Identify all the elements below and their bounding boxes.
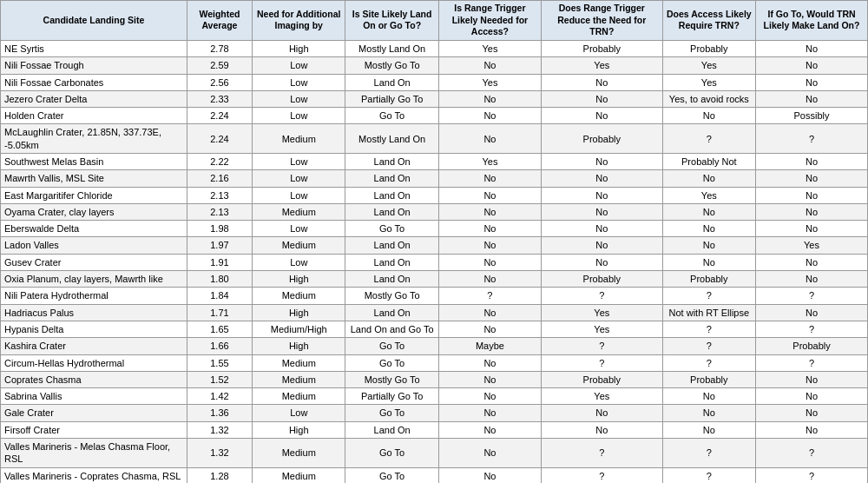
table-row: Nili Fossae Carbonates2.56LowLand OnYesN… [1,74,868,90]
cell-6-0: Southwest Melas Basin [1,154,187,170]
cell-15-0: Hadriacus Palus [1,304,187,321]
cell-23-4: No [438,439,541,468]
cell-10-4: No [438,221,541,237]
cell-8-7: No [756,187,868,203]
cell-15-2: High [253,304,345,321]
cell-20-2: Medium [253,388,345,405]
table-row: Hypanis Delta1.65Medium/HighLand On and … [1,321,868,337]
cell-20-3: Partially Go To [345,388,438,405]
cell-17-4: Maybe [438,338,541,354]
cell-1-7: No [756,57,868,74]
cell-12-5: No [541,254,662,270]
cell-5-2: Medium [253,124,345,154]
cell-0-3: Mostly Land On [345,40,438,56]
cell-15-1: 1.71 [187,304,252,321]
cell-17-0: Kashira Crater [1,338,187,354]
cell-23-0: Valles Marineris - Melas Chasma Floor, R… [1,439,187,468]
cell-8-0: East Margaritifer Chloride [1,187,187,203]
cell-7-3: Land On [345,170,438,187]
cell-15-7: No [756,304,868,321]
cell-22-5: No [541,421,662,438]
cell-11-7: Yes [756,237,868,254]
cell-4-0: Holden Crater [1,108,187,124]
cell-8-2: Low [253,187,345,203]
cell-1-6: Yes [662,57,755,74]
cell-14-1: 1.84 [187,288,252,304]
table-row: East Margaritifer Chloride2.13LowLand On… [1,187,868,203]
cell-16-6: ? [662,321,755,337]
cell-10-7: No [756,221,868,237]
cell-3-3: Partially Go To [345,90,438,107]
cell-6-6: Probably Not [662,154,755,170]
cell-21-4: No [438,405,541,421]
column-header-3: Is Site Likely Land On or Go To? [345,1,438,41]
table-row: Eberswalde Delta1.98LowGo ToNoNoNoNo [1,221,868,237]
cell-18-5: ? [541,354,662,371]
cell-13-6: Probably [662,271,755,288]
cell-0-2: High [253,40,345,56]
cell-16-0: Hypanis Delta [1,321,187,337]
cell-17-5: ? [541,338,662,354]
cell-14-6: ? [662,288,755,304]
table-row: Ladon Valles1.97MediumLand OnNoNoNoYes [1,237,868,254]
cell-3-5: No [541,90,662,107]
cell-22-2: High [253,421,345,438]
cell-8-3: Land On [345,187,438,203]
cell-19-2: Medium [253,371,345,387]
cell-5-6: ? [662,124,755,154]
cell-18-2: Medium [253,354,345,371]
cell-1-0: Nili Fossae Trough [1,57,187,74]
table-row: Holden Crater2.24LowGo ToNoNoNoPossibly [1,108,868,124]
cell-3-4: No [438,90,541,107]
table-row: Valles Marineris - Melas Chasma Floor, R… [1,439,868,468]
cell-19-7: No [756,371,868,387]
cell-0-6: Probably [662,40,755,56]
cell-21-5: No [541,405,662,421]
cell-11-3: Land On [345,237,438,254]
cell-13-1: 1.80 [187,271,252,288]
cell-14-0: Nili Patera Hydrothermal [1,288,187,304]
cell-24-5: ? [541,467,662,483]
cell-10-5: No [541,221,662,237]
cell-14-7: ? [756,288,868,304]
cell-6-4: Yes [438,154,541,170]
cell-17-2: High [253,338,345,354]
cell-11-5: No [541,237,662,254]
cell-11-2: Medium [253,237,345,254]
cell-20-6: No [662,388,755,405]
column-header-0: Candidate Landing Site [1,1,187,41]
cell-19-5: Probably [541,371,662,387]
cell-18-0: Circum-Hellas Hydrothermal [1,354,187,371]
cell-7-5: No [541,170,662,187]
cell-13-2: High [253,271,345,288]
cell-5-7: ? [756,124,868,154]
cell-23-2: Medium [253,439,345,468]
cell-11-1: 1.97 [187,237,252,254]
cell-4-6: No [662,108,755,124]
cell-15-3: Land On [345,304,438,321]
cell-5-3: Mostly Land On [345,124,438,154]
cell-20-5: Yes [541,388,662,405]
cell-15-5: Yes [541,304,662,321]
cell-22-4: No [438,421,541,438]
column-header-7: If Go To, Would TRN Likely Make Land On? [756,1,868,41]
cell-7-2: Low [253,170,345,187]
cell-8-5: No [541,187,662,203]
cell-21-0: Gale Crater [1,405,187,421]
cell-24-7: ? [756,467,868,483]
cell-3-1: 2.33 [187,90,252,107]
cell-9-0: Oyama Crater, clay layers [1,203,187,220]
cell-15-4: No [438,304,541,321]
cell-10-2: Low [253,221,345,237]
cell-19-6: Probably [662,371,755,387]
table-row: Circum-Hellas Hydrothermal1.55MediumGo T… [1,354,868,371]
cell-23-3: Go To [345,439,438,468]
cell-20-1: 1.42 [187,388,252,405]
cell-19-4: No [438,371,541,387]
table-row: Kashira Crater1.66HighGo ToMaybe??Probab… [1,338,868,354]
cell-7-4: No [438,170,541,187]
cell-0-0: NE Syrtis [1,40,187,56]
cell-1-3: Mostly Go To [345,57,438,74]
table-row: Oyama Crater, clay layers2.13MediumLand … [1,203,868,220]
cell-9-1: 2.13 [187,203,252,220]
